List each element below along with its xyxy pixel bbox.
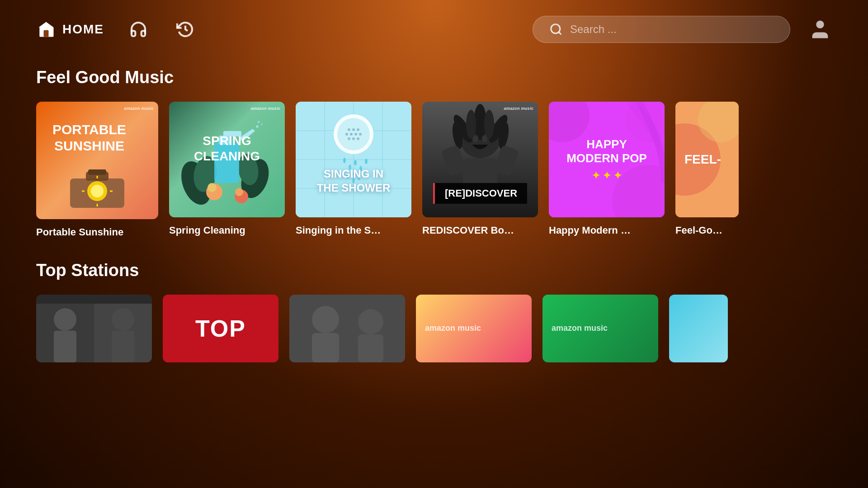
history-button[interactable] [173,17,198,42]
svg-point-61 [484,110,494,139]
svg-point-18 [208,183,217,192]
station-6-art [669,295,728,362]
profile-icon [808,18,832,41]
svg-point-42 [359,133,362,136]
star-2: ✦ [603,170,611,182]
shower-art [296,102,411,217]
rediscover-badge: [RE]DISCOVER [433,183,527,204]
station-card-5[interactable]: amazon music [542,295,658,362]
search-bar[interactable] [533,16,790,43]
history-icon [176,20,194,38]
svg-point-35 [337,118,370,150]
portable-sunshine-text: PORTABLESUNSHINE [43,113,135,163]
card-spring-cleaning-label: Spring Cleaning [169,225,285,236]
card-shower-label: Singing in the S… [296,225,411,236]
svg-rect-6 [88,169,106,175]
happy-modern-text: HAPPYMODERN POP ✦ ✦ ✦ [566,137,647,182]
svg-point-45 [357,137,359,140]
card-feel-good-partial[interactable]: FEEL- Feel-Go… [675,102,739,238]
nav-left: HOME [36,17,198,42]
card-portable-sunshine-label: Portable Sunshine [36,226,152,238]
card-feel-good-partial-label: Feel-Go… [675,225,739,236]
svg-point-83 [312,306,339,333]
card-singing-shower[interactable]: amazon music [296,102,411,238]
svg-rect-91 [669,295,728,362]
search-icon [549,23,563,36]
svg-rect-80 [112,331,134,362]
headphones-button[interactable] [126,17,151,42]
svg-rect-86 [358,334,383,362]
svg-point-39 [345,133,348,136]
station-card-3[interactable] [289,295,405,362]
svg-point-8 [91,185,104,197]
feel-good-partial-text: FEEL- [684,152,721,167]
card-happy-modern-label: Happy Modern … [549,225,665,236]
svg-point-20 [235,188,243,196]
svg-point-77 [54,308,76,331]
svg-line-2 [559,32,561,34]
home-icon [36,19,56,39]
svg-point-62 [473,135,478,142]
feel-good-title: Feel Good Music [36,68,832,87]
nav-home-button[interactable]: HOME [36,19,104,39]
card-rediscover[interactable]: amazon music [422,102,538,238]
svg-rect-82 [289,295,405,362]
top-station-text: ToP [195,315,246,342]
svg-point-48 [354,160,357,165]
svg-point-36 [348,128,350,131]
header-right [533,16,832,43]
svg-text:amazon music: amazon music [425,324,481,333]
spring-cleaning-text: SPRINGCLEANING [185,124,269,173]
svg-point-38 [357,128,359,131]
svg-rect-84 [312,333,339,362]
station-5-art: amazon music [542,295,658,362]
station-4-art: amazon music [416,295,532,362]
home-label: HOME [62,22,104,37]
headphones-icon [129,20,147,38]
svg-point-63 [482,135,487,142]
svg-point-44 [352,137,355,140]
station-1-art [36,295,152,362]
svg-point-1 [551,24,560,33]
svg-point-3 [816,21,824,28]
card-rediscover-label: REDISCOVER Bo… [422,225,538,236]
header: HOME [0,0,868,59]
feel-good-cards-row: amazon music PORTABLESUNSHINE [36,102,832,238]
suitcase-illustration [61,165,133,210]
svg-point-46 [343,158,346,163]
svg-point-41 [354,133,357,136]
svg-rect-0 [44,30,49,37]
card-happy-modern[interactable]: music HAPPYMODERN POP ✦ [549,102,665,238]
svg-point-78 [112,308,134,331]
svg-point-26 [258,121,260,123]
stations-row: ToP amazon music [36,295,832,362]
stars-row: ✦ ✦ ✦ [566,170,647,182]
svg-point-40 [350,133,353,136]
profile-button[interactable] [808,18,832,41]
svg-point-37 [352,128,355,131]
card-portable-sunshine[interactable]: amazon music PORTABLESUNSHINE [36,102,158,238]
svg-point-60 [466,110,476,139]
svg-point-43 [348,137,350,140]
station-card-1[interactable] [36,295,152,362]
svg-rect-79 [54,331,76,362]
search-input[interactable] [570,23,774,36]
svg-point-50 [365,159,368,164]
svg-point-85 [358,309,383,334]
amazon-music-badge-4: amazon music [504,106,533,111]
station-3-art [289,295,405,362]
top-stations-section: Top Stations [0,238,868,362]
station-card-4[interactable]: amazon music [416,295,532,362]
amazon-music-badge-1: amazon music [124,106,154,111]
star-1: ✦ [592,170,600,182]
star-3: ✦ [613,170,622,182]
svg-text:amazon music: amazon music [552,324,608,333]
station-card-2[interactable]: ToP [163,295,278,362]
top-stations-title: Top Stations [36,261,832,280]
feel-good-section: Feel Good Music amazon music PORTABLESUN… [0,59,868,238]
card-spring-cleaning[interactable]: amazon music [169,102,285,238]
station-card-6[interactable] [669,295,728,362]
shower-text: SINGING INTHE SHOWER [317,167,391,195]
